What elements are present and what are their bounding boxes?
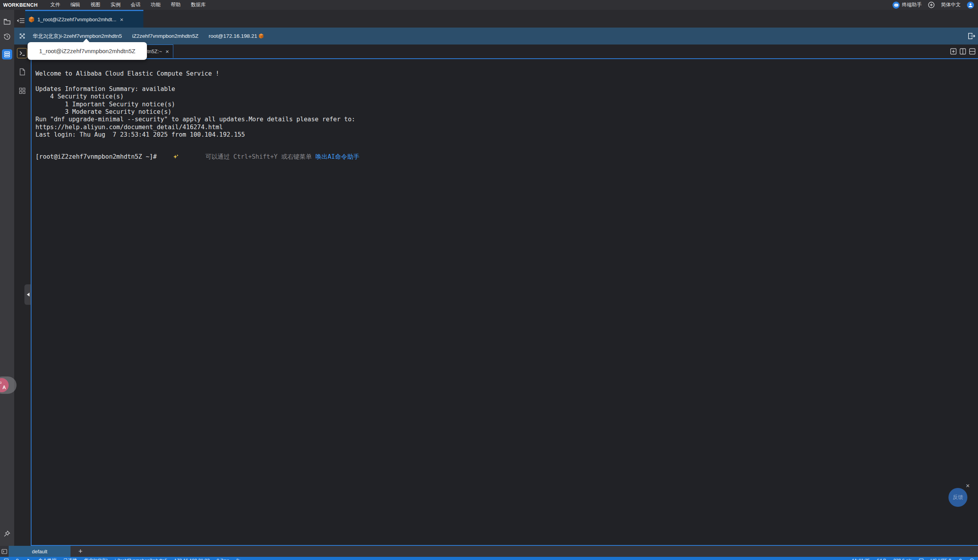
menu-item-instance[interactable]: 实例 — [111, 2, 121, 8]
plus-circle-icon[interactable] — [928, 2, 935, 8]
menu-item-file[interactable]: 文件 — [50, 2, 60, 8]
file-manager-icon[interactable] — [17, 67, 27, 76]
terminal-line: 1 Important Security notice(s) — [35, 101, 972, 108]
translate-en: A — [2, 385, 6, 390]
menu-bar: WORKBENCH 文件 编辑 视图 实例 会话 功能 帮助 数据库 终端助手 … — [0, 0, 978, 10]
status-region[interactable]: 华北2(北京) — [84, 558, 108, 560]
terminal-assistant-label: 终端助手 — [902, 2, 922, 8]
session-tab-active[interactable]: 1_root@iZ2zehf7vnmpbon2mhdt... × — [25, 10, 143, 28]
session-tab-label: 1_root@iZ2zehf7vnmpbon2mhdt... — [37, 17, 116, 22]
new-bottom-tab-button[interactable]: + — [78, 548, 83, 555]
split-vertical-icon[interactable] — [959, 48, 966, 55]
terminal-assistant-button[interactable]: 终端助手 — [893, 2, 922, 9]
status-encoding[interactable]: US-UTF-8 — [931, 558, 951, 560]
status-instance-id[interactable]: i-2zehf7vnmpbon2mhdtn5 — [115, 558, 167, 560]
translate-widget[interactable]: 中 A — [0, 376, 17, 394]
collapse-tab-list-icon[interactable] — [17, 17, 25, 24]
bottom-tab-default[interactable]: default — [9, 546, 71, 557]
terminal-pane: 1_root@iZ2zehf7vnmpbon2mhdtn5Z:~ × Welco… — [31, 45, 978, 546]
ecs-cube-icon — [258, 33, 264, 39]
terminal-side-toolstrip — [14, 45, 31, 546]
play-icon[interactable] — [27, 558, 31, 560]
status-bar: 命令终端 已连接 华北2(北京) i-2zehf7vnmpbon2mhdtn5 … — [0, 557, 978, 560]
bell-icon[interactable] — [958, 558, 963, 560]
terminal-line — [35, 78, 972, 85]
history-icon[interactable] — [3, 33, 11, 41]
terminal-line: Last login: Thu Aug 7 23:53:41 2025 from… — [35, 131, 972, 139]
server-list-icon[interactable] — [2, 49, 12, 59]
new-terminal-icon[interactable] — [950, 48, 957, 55]
bottom-tab-bar: default + — [0, 546, 978, 557]
session-tab-tooltip: 1_root@iZ2zehf7vnmpbon2mhdtn5Z — [28, 42, 147, 60]
terminal-tab-bar: 1_root@iZ2zehf7vnmpbon2mhdtn5Z:~ × — [32, 45, 978, 59]
screen-icon[interactable] — [4, 558, 9, 560]
terminal-line: Updates Information Summary: available — [35, 85, 972, 93]
app-logo: WORKBENCH — [3, 2, 38, 8]
region-instance-id: 华北2(北京)i-2zehf7vnmpbon2mhdtn5 — [33, 33, 122, 40]
status-terminal-size[interactable]: 44x11:35 — [852, 558, 870, 560]
feedback-button[interactable]: 反馈 — [948, 488, 967, 507]
folder-icon[interactable] — [3, 18, 11, 26]
ai-assistant-link[interactable]: 唤出AI命令助手 — [315, 153, 360, 161]
pin-icon[interactable] — [3, 530, 11, 538]
split-horizontal-icon[interactable] — [969, 48, 976, 55]
close-icon[interactable]: × — [120, 17, 123, 22]
status-address[interactable]: 172.16.198.21:22 — [174, 558, 210, 560]
tooltip-text: 1_root@iZ2zehf7vnmpbon2mhdtn5Z — [39, 48, 135, 54]
bottom-tab-label: default — [32, 549, 47, 554]
help-circle-icon[interactable] — [970, 558, 974, 560]
key-icon[interactable] — [16, 558, 20, 560]
session-tab-bar: 1_root@iZ2zehf7vnmpbon2mhdt... × — [14, 10, 978, 28]
terminal-line: Welcome to Alibaba Cloud Elastic Compute… — [35, 70, 972, 78]
avatar[interactable] — [967, 2, 974, 9]
login-address: root@172.16.198.21 — [209, 33, 257, 39]
robot-icon — [893, 2, 900, 9]
activity-sidebar — [0, 10, 15, 546]
feedback-label: 反馈 — [953, 494, 963, 501]
fullscreen-expand-icon[interactable] — [19, 33, 26, 39]
feedback-close-icon[interactable]: × — [966, 482, 970, 490]
menu-item-database[interactable]: 数据库 — [191, 2, 206, 8]
pane-collapse-handle[interactable] — [24, 284, 31, 305]
terminal-line: 4 Security notice(s) — [35, 93, 972, 100]
chevron-left-icon — [25, 293, 30, 297]
terminal-icon[interactable] — [2, 549, 7, 554]
ai-hint-text: 可以通过 Ctrl+Shift+Y 或右键菜单 — [205, 153, 315, 161]
terminal-view-icon[interactable] — [17, 48, 27, 58]
language-switcher[interactable]: 简体中文 — [941, 2, 961, 8]
terminal-output[interactable]: Welcome to Alibaba Cloud Elastic Compute… — [32, 59, 978, 175]
status-bar-right: 44x11:35 64 B 238.6 s/s US-UTF-8 — [852, 558, 974, 560]
menu-item-view[interactable]: 视图 — [91, 2, 100, 8]
status-connection[interactable]: 已连接 — [63, 558, 77, 560]
sparkle-icon — [173, 139, 202, 176]
menu-item-help[interactable]: 帮助 — [171, 2, 181, 8]
hostname: iZ2zehf7vnmpbon2mhdtn5Z — [132, 33, 199, 39]
terminal-line: Run "dnf upgrade-minimal --security" to … — [35, 116, 972, 123]
ecs-cube-icon — [28, 16, 35, 23]
translate-icon: 中 A — [0, 378, 9, 392]
status-speed[interactable]: 238.6 s/s — [893, 558, 912, 560]
display-icon[interactable] — [919, 558, 924, 560]
terminal-prompt-line: [root@iZ2zehf7vnmpbon2mhdtn5Z ~]# 可以通过 C… — [35, 139, 972, 176]
shell-prompt: [root@iZ2zehf7vnmpbon2mhdtn5Z ~]# — [35, 153, 164, 161]
menubar-right: 终端助手 简体中文 — [893, 2, 974, 9]
terminal-tab-actions — [950, 48, 976, 55]
menu-item-edit[interactable]: 编辑 — [71, 2, 80, 8]
main-menu: 文件 编辑 视图 实例 会话 功能 帮助 数据库 — [50, 2, 206, 8]
close-icon[interactable]: × — [165, 48, 169, 54]
status-traffic[interactable]: 2↓ — [236, 558, 241, 560]
instance-header: 华北2(北京)i-2zehf7vnmpbon2mhdtn5 iZ2zehf7vn… — [14, 28, 978, 45]
apps-grid-icon[interactable] — [17, 86, 27, 95]
status-latency[interactable]: 0.7ms — [217, 558, 229, 560]
terminal-line: https://help.aliyun.com/document_detail/… — [35, 124, 972, 131]
status-bytes[interactable]: 64 B — [877, 558, 886, 560]
menu-item-session[interactable]: 会话 — [131, 2, 141, 8]
disconnect-exit-icon[interactable] — [967, 32, 975, 40]
terminal-line: 3 Moderate Security notice(s) — [35, 108, 972, 116]
translate-zh: 中 — [0, 380, 2, 387]
menu-item-features[interactable]: 功能 — [151, 2, 161, 8]
status-terminal-type[interactable]: 命令终端 — [38, 558, 56, 560]
